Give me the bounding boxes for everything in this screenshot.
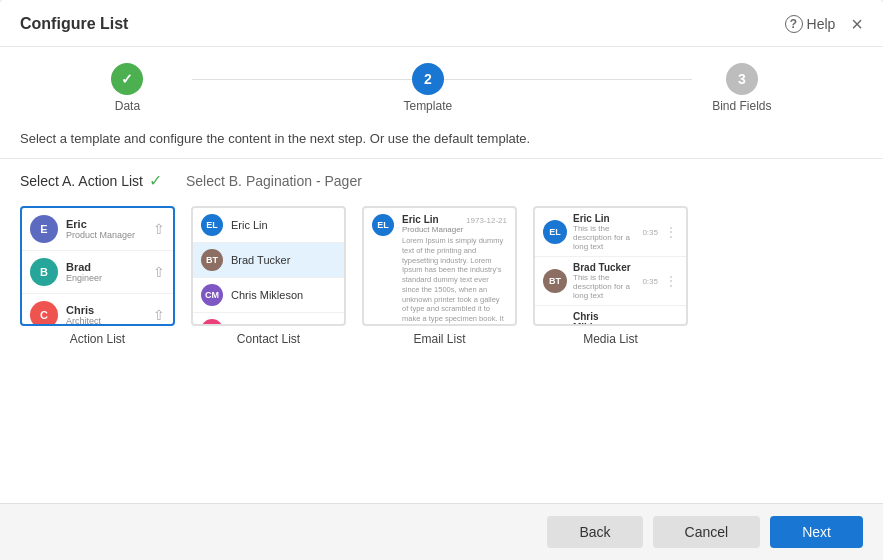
help-button[interactable]: ? Help <box>785 15 836 33</box>
template-card-media-list[interactable]: EL Eric Lin This is the description for … <box>533 206 688 347</box>
close-button[interactable]: × <box>851 14 863 34</box>
template-cards-container: E Eric Product Manager ⇧ B Brad Engineer… <box>0 198 883 363</box>
step-bind-circle: 3 <box>726 63 758 95</box>
al-item-2: B Brad Engineer ⇧ <box>22 251 173 294</box>
cl-avatar-3: CM <box>201 284 223 306</box>
configure-list-dialog: Configure List ? Help × ✓ Data 2 Templat… <box>0 0 883 560</box>
al-share-1: ⇧ <box>153 221 165 237</box>
ml-item-1: EL Eric Lin This is the description for … <box>535 208 686 257</box>
header-right: ? Help × <box>785 14 863 34</box>
cl-avatar-4: AB <box>201 319 223 326</box>
template-card-email-list[interactable]: EL Eric Lin Product Manager 1973-12-21 L… <box>362 206 517 347</box>
help-icon: ? <box>785 15 803 33</box>
help-label: Help <box>807 16 836 32</box>
ml-dots-1[interactable]: ⋮ <box>664 224 678 240</box>
al-share-3: ⇧ <box>153 307 165 323</box>
action-list-label: Action List <box>70 332 125 346</box>
template-card-action-list[interactable]: E Eric Product Manager ⇧ B Brad Engineer… <box>20 206 175 347</box>
ml-avatar-2: BT <box>543 269 567 293</box>
step-data-circle: ✓ <box>111 63 143 95</box>
al-item-3: C Chris Architect ⇧ <box>22 294 173 326</box>
select-a-label: Select A. Action List ✓ <box>20 171 162 190</box>
content-spacer <box>0 363 883 504</box>
select-b-label: Select B. Pagination - Pager <box>186 173 362 189</box>
contact-list-label: Contact List <box>237 332 300 346</box>
dialog-header: Configure List ? Help × <box>0 0 883 47</box>
step-group: ✓ Data 2 Template 3 Bind Fields <box>111 63 771 113</box>
step-data: ✓ Data <box>111 63 143 113</box>
email-list-label: Email List <box>413 332 465 346</box>
cancel-button[interactable]: Cancel <box>653 516 761 548</box>
al-avatar-2: B <box>30 258 58 286</box>
select-row: Select A. Action List ✓ Select B. Pagina… <box>0 159 883 198</box>
cl-item-4: AB Amanda Brown <box>193 313 344 326</box>
el-item-1: EL Eric Lin Product Manager 1973-12-21 L… <box>364 208 515 326</box>
stepper: ✓ Data 2 Template 3 Bind Fields <box>0 47 883 123</box>
back-button[interactable]: Back <box>547 516 642 548</box>
ml-avatar-3: CM <box>543 324 567 327</box>
instruction-text: Select a template and configure the cont… <box>0 123 883 159</box>
next-button[interactable]: Next <box>770 516 863 548</box>
step-template: 2 Template <box>403 63 452 113</box>
ml-item-3: CM Chris Mikleson This is the descriptio… <box>535 306 686 326</box>
al-avatar-3: C <box>30 301 58 326</box>
step-template-label: Template <box>403 99 452 113</box>
cl-avatar-1: EL <box>201 214 223 236</box>
ml-dots-2[interactable]: ⋮ <box>664 273 678 289</box>
media-list-label: Media List <box>583 332 638 346</box>
contact-list-preview: EL Eric Lin BT Brad Tucker CM Chris Mikl… <box>191 206 346 326</box>
step-bind-label: Bind Fields <box>712 99 771 113</box>
al-share-2: ⇧ <box>153 264 165 280</box>
ml-avatar-1: EL <box>543 220 567 244</box>
al-item-1: E Eric Product Manager ⇧ <box>22 208 173 251</box>
dialog-title: Configure List <box>20 15 128 33</box>
step-data-label: Data <box>115 99 140 113</box>
media-list-preview: EL Eric Lin This is the description for … <box>533 206 688 326</box>
step-template-circle: 2 <box>412 63 444 95</box>
al-avatar-1: E <box>30 215 58 243</box>
cl-item-3: CM Chris Mikleson <box>193 278 344 313</box>
step-bind: 3 Bind Fields <box>712 63 771 113</box>
ml-item-2: BT Brad Tucker This is the description f… <box>535 257 686 306</box>
select-a-check-icon: ✓ <box>149 171 162 190</box>
cl-item-1: EL Eric Lin <box>193 208 344 243</box>
dialog-footer: Back Cancel Next <box>0 503 883 560</box>
el-avatar-1: EL <box>372 214 394 236</box>
template-card-contact-list[interactable]: EL Eric Lin BT Brad Tucker CM Chris Mikl… <box>191 206 346 347</box>
cl-avatar-2: BT <box>201 249 223 271</box>
action-list-preview: E Eric Product Manager ⇧ B Brad Engineer… <box>20 206 175 326</box>
cl-item-2: BT Brad Tucker <box>193 243 344 278</box>
email-list-preview: EL Eric Lin Product Manager 1973-12-21 L… <box>362 206 517 326</box>
